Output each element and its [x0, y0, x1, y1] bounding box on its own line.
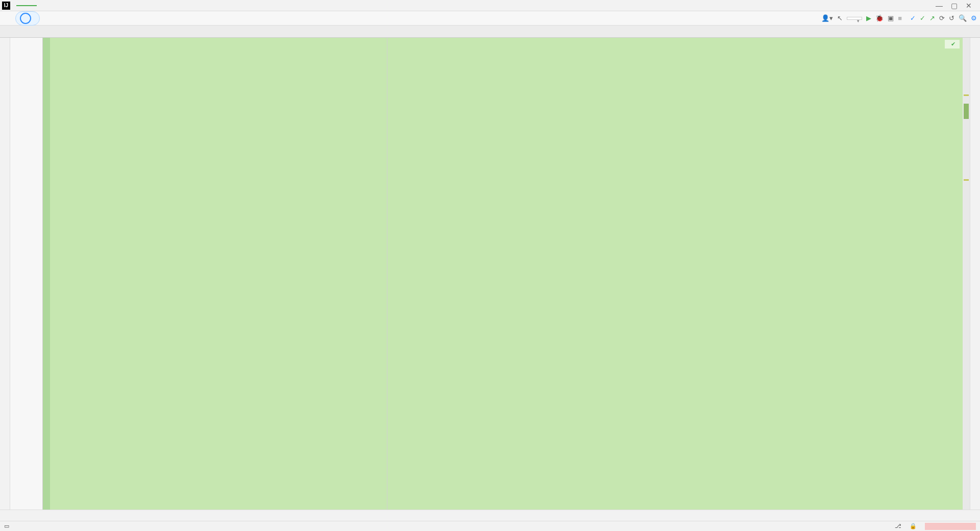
gutter[interactable]	[10, 38, 43, 510]
stop-icon[interactable]: ■	[898, 14, 902, 22]
left-tool-strip	[0, 38, 10, 510]
scroll-stripe[interactable]	[963, 38, 970, 510]
check-icon: ✔	[951, 41, 955, 47]
reader-mode-badge[interactable]: ✔	[945, 40, 960, 49]
git-commit-icon[interactable]: ✓	[920, 14, 925, 22]
ime-badge[interactable]	[15, 11, 40, 26]
ime-icon	[20, 13, 31, 24]
git-revert-icon[interactable]: ↺	[949, 14, 954, 22]
code-area[interactable]	[50, 38, 963, 510]
coverage-icon[interactable]: ▣	[888, 14, 894, 22]
navigation-bar: 👤▾ ↖ ▶ 🐞 ▣ ■ ✓ ✓ ↗ ⟳ ↺ 🔍 ⚙	[0, 11, 980, 26]
settings-icon[interactable]: ⚙	[971, 14, 977, 22]
memory-indicator[interactable]	[925, 523, 976, 530]
git-push-icon[interactable]: ↗	[929, 14, 935, 22]
progress-indicator	[16, 5, 37, 6]
title-bar: IJ — ▢ ✕	[0, 0, 980, 11]
close-icon[interactable]: ✕	[966, 2, 972, 10]
back-icon[interactable]: ↖	[837, 14, 843, 22]
window-controls: — ▢ ✕	[936, 2, 978, 10]
vcs-stripe	[43, 38, 50, 510]
search-icon[interactable]: 🔍	[959, 14, 967, 22]
add-config-icon[interactable]: 👤▾	[821, 14, 833, 22]
git-history-icon[interactable]: ⟳	[939, 14, 945, 22]
run-config-selector[interactable]	[847, 17, 862, 20]
status-bar: ▭ ⎇ 🔒	[0, 521, 980, 531]
status-icon[interactable]: ▭	[4, 523, 9, 529]
run-icon[interactable]: ▶	[866, 14, 871, 22]
toolbar-right: 👤▾ ↖ ▶ 🐞 ▣ ■ ✓ ✓ ↗ ⟳ ↺ 🔍 ⚙	[821, 14, 977, 22]
app-icon: IJ	[2, 2, 10, 10]
main-area: ✔	[0, 38, 980, 510]
editor[interactable]: ✔	[10, 38, 970, 510]
editor-tabs	[0, 26, 980, 38]
minimize-icon[interactable]: —	[936, 2, 943, 10]
right-tool-strip	[970, 38, 980, 510]
caret-ruler	[387, 38, 387, 510]
debug-icon[interactable]: 🐞	[875, 14, 884, 22]
lock-icon[interactable]: 🔒	[910, 523, 917, 529]
bottom-tool-bar	[0, 510, 980, 521]
git-pull-icon[interactable]: ✓	[910, 14, 916, 22]
git-branch[interactable]: ⎇	[895, 523, 901, 529]
maximize-icon[interactable]: ▢	[951, 2, 958, 10]
